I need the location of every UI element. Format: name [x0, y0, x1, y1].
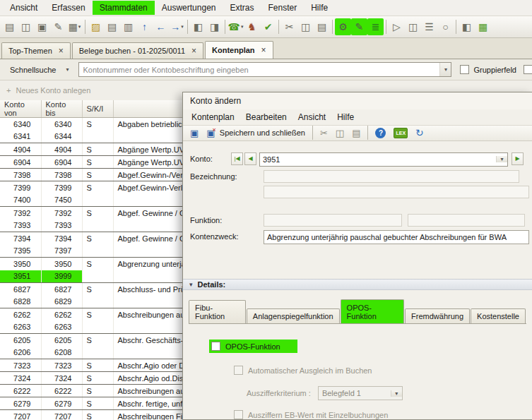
column-header-s-k-i[interactable]: S/K/I	[82, 100, 113, 118]
search-dropdown-icon[interactable]: ▾	[439, 63, 451, 76]
funktion-field-1[interactable]	[264, 214, 402, 227]
details-tab-fremdwährung[interactable]: Fremdwährung	[405, 308, 470, 323]
open-folder-icon[interactable]: ▨	[88, 18, 104, 35]
funktion-field-2[interactable]	[408, 214, 525, 227]
column-header-konto-bis[interactable]: Konto bis	[41, 100, 82, 118]
doc-forward-icon[interactable]: ▷	[389, 18, 405, 35]
refresh-button[interactable]: ↻	[413, 126, 427, 140]
phone-icon[interactable]: ☎▾	[227, 18, 244, 35]
first-record-button[interactable]: |◀	[231, 152, 243, 165]
search-combobox[interactable]: ▾	[78, 62, 451, 77]
tab-top-themen[interactable]: Top-Themen×	[1, 42, 71, 59]
cell-konto-bis: 6340	[41, 118, 82, 131]
previous-record-button[interactable]: ◀	[244, 152, 256, 165]
tab-belege-buchen-01-2025-0011[interactable]: Belege buchen - 01-2025/0011×	[72, 42, 203, 59]
dialog-copy-button[interactable]: ◫	[333, 127, 347, 139]
checklist-icon[interactable]: ≣	[367, 18, 384, 35]
doc-copy-icon[interactable]: ◫	[405, 18, 421, 35]
menu-extras[interactable]: Extras	[223, 1, 261, 15]
kontenzweck-field[interactable]: Abgrenzung unterjährig pauschal gebuchte…	[264, 230, 529, 244]
save-and-close-button[interactable]: ▣× Speichern und schließen	[203, 127, 308, 139]
tab-close-icon[interactable]: ×	[261, 45, 266, 55]
cell-ski: S	[82, 397, 113, 410]
cell-ski: S	[82, 359, 113, 372]
menu-erfassen[interactable]: Erfassen	[45, 1, 92, 15]
gruppierfeld-option[interactable]: Gruppierfeld	[460, 65, 516, 74]
help-icon: ?	[375, 128, 386, 138]
monitor-export-icon[interactable]: ◧	[190, 18, 206, 35]
auszifferkriterium-value: Belegfeld 1	[319, 389, 391, 397]
dialog-menu-ansicht[interactable]: Ansicht	[292, 110, 331, 124]
auszifferkriterium-select[interactable]: Belegfeld 1 ▾	[318, 386, 403, 400]
horse-icon[interactable]: ♞	[244, 18, 260, 35]
clipboard-icon[interactable]: ▤	[1, 18, 18, 35]
dialog-menu-hilfe[interactable]: Hilfe	[331, 110, 360, 124]
up-arrow-icon[interactable]: ↑	[136, 18, 153, 35]
menu-fenster[interactable]: Fenster	[261, 1, 305, 15]
ausziffern-eb-option[interactable]: Ausziffern EB-Wert mit Einzelbuchungen	[234, 410, 532, 419]
printer-icon[interactable]: ▥	[120, 18, 136, 35]
menu-hilfe[interactable]: Hilfe	[304, 1, 335, 15]
doc-copy-icon-glyph: ◫	[408, 22, 418, 32]
save-button[interactable]: ▣	[187, 127, 201, 139]
list-icon[interactable]: ☰	[421, 18, 437, 35]
menu-auswertungen[interactable]: Auswertungen	[155, 1, 223, 15]
menu-stammdaten[interactable]: Stammdaten	[93, 1, 155, 15]
wrench-icon-glyph: ⚙	[338, 22, 348, 32]
cell-ski: S	[82, 372, 113, 385]
paste-icon[interactable]: ▤	[314, 18, 330, 35]
edge-checkbox[interactable]	[524, 65, 532, 74]
copy-icon[interactable]: ◫	[297, 18, 314, 35]
konto-dropdown-icon[interactable]: ▾	[496, 156, 507, 162]
schnellsuche-dropdown[interactable]: Schnellsuche ▾	[4, 62, 74, 78]
menu-ansicht[interactable]: Ansicht	[3, 1, 45, 15]
auto-ausgleich-checkbox[interactable]	[234, 366, 243, 375]
tab-close-icon[interactable]: ×	[191, 46, 196, 56]
forward-arrow-icon[interactable]: →▾	[169, 18, 185, 35]
back-arrow-icon[interactable]: ←	[153, 18, 169, 35]
grid-view-icon[interactable]: ▦▾	[66, 18, 83, 35]
bezeichnung-field-1[interactable]	[264, 170, 519, 183]
monitor-import-icon[interactable]: ◨	[206, 18, 223, 35]
next-record-button[interactable]: ▶	[512, 152, 524, 165]
dialog-menu-kontenplan[interactable]: Kontenplan	[186, 110, 240, 124]
details-tab-anlagenspiegelfunktion[interactable]: Anlagenspiegelfunktion	[247, 308, 340, 323]
details-header[interactable]: ▾ Details:	[183, 279, 532, 290]
monitor-icon[interactable]: ◧	[459, 18, 475, 35]
toolbar-separator	[386, 20, 386, 34]
bezeichnung-field-2[interactable]	[264, 186, 529, 198]
new-account-label: Neues Konto anlegen	[16, 86, 90, 95]
dialog-titlebar[interactable]: Konto ändern	[183, 92, 532, 109]
cut-icon: ✂	[320, 128, 328, 138]
opos-funktion-checkbox[interactable]	[211, 342, 220, 351]
dialog-paste-button[interactable]: ▤	[349, 127, 363, 139]
apps-icon[interactable]: ▦	[475, 18, 491, 35]
details-tab-fibu-funktion[interactable]: Fibu-Funktion	[189, 300, 246, 323]
pliers-edit-icon[interactable]: ✎	[351, 18, 367, 35]
copy-document-icon[interactable]: ▣	[34, 18, 50, 35]
wrench-icon[interactable]: ⚙	[335, 18, 351, 35]
opos-funktion-option[interactable]: OPOS-Funktion	[209, 340, 532, 353]
details-tab-opos-funktion[interactable]: OPOS-Funktion	[341, 299, 405, 323]
search-input[interactable]	[79, 63, 439, 76]
dialog-menu-bearbeiten[interactable]: Bearbeiten	[240, 110, 292, 124]
tab-kontenplan[interactable]: Kontenplan×	[205, 41, 273, 59]
dialog-cut-button[interactable]: ✂	[317, 127, 331, 139]
tab-close-icon[interactable]: ×	[59, 46, 64, 56]
auto-ausgleich-option[interactable]: Automatischer Ausgleich im Buchen	[234, 366, 532, 375]
lex-button[interactable]: LEX	[391, 126, 410, 140]
approve-check-icon[interactable]: ✔	[260, 18, 276, 35]
cell-konto-von: 3951	[0, 270, 41, 283]
ausziffern-eb-checkbox[interactable]	[234, 410, 243, 419]
column-header-konto-von[interactable]: Konto von	[0, 100, 41, 118]
print-preview-icon[interactable]: ▤	[104, 18, 120, 35]
edit-document-icon[interactable]: ✎	[50, 18, 66, 35]
cut-icon[interactable]: ✂	[281, 18, 297, 35]
help-button[interactable]: ?	[372, 126, 389, 140]
circle-icon[interactable]: ○	[437, 18, 454, 35]
open-template-icon[interactable]: ◫	[18, 18, 34, 35]
konto-combobox[interactable]: 3951 ▾	[259, 152, 508, 167]
gruppierfeld-checkbox[interactable]	[460, 65, 469, 74]
details-tab-kostenstelle[interactable]: Kostenstelle	[471, 308, 526, 323]
cell-konto-bis: 7450	[41, 194, 82, 207]
